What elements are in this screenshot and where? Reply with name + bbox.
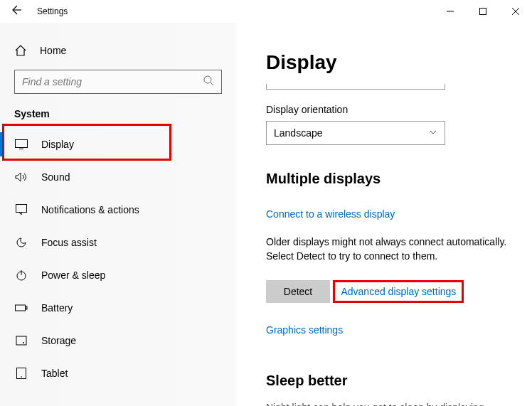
battery-icon: [14, 304, 28, 312]
maximize-button[interactable]: [467, 0, 499, 23]
sound-icon: [14, 172, 28, 182]
display-icon: [14, 139, 28, 149]
minimize-button[interactable]: [434, 0, 467, 23]
svg-point-4: [204, 76, 211, 83]
multiple-displays-heading: Multiple displays: [266, 171, 515, 187]
svg-rect-8: [16, 205, 27, 213]
sidebar-item-notifications[interactable]: Notifications & actions: [0, 193, 236, 226]
orientation-value: Landscape: [274, 127, 323, 139]
sidebar-item-home[interactable]: Home: [0, 44, 236, 70]
connect-wireless-link[interactable]: Connect to a wireless display: [266, 208, 395, 220]
sidebar-item-sound[interactable]: Sound: [0, 161, 236, 193]
search-icon: [203, 75, 214, 89]
storage-icon: [14, 335, 28, 346]
focus-icon: [14, 237, 28, 248]
sidebar-item-label: Focus assist: [41, 237, 97, 248]
svg-point-14: [23, 342, 24, 343]
sidebar-item-label: Display: [41, 139, 74, 150]
detect-button[interactable]: Detect: [266, 280, 330, 303]
tablet-icon: [14, 368, 28, 379]
back-arrow-icon[interactable]: [10, 4, 21, 19]
preview-divider: [266, 84, 445, 90]
chevron-down-icon: [429, 127, 437, 139]
sidebar-item-label: Battery: [41, 302, 73, 314]
page-title: Display: [266, 51, 515, 74]
svg-rect-13: [16, 336, 26, 345]
sidebar-item-label: Storage: [41, 335, 76, 346]
sidebar-item-label: Sound: [41, 171, 70, 183]
home-icon: [14, 44, 27, 57]
svg-line-5: [211, 82, 213, 85]
sidebar-item-display[interactable]: Display: [0, 128, 236, 161]
content-pane: Display Display orientation Landscape Mu…: [236, 23, 532, 406]
notifications-icon: [14, 204, 28, 215]
window-title: Settings: [37, 6, 68, 16]
sidebar-item-tablet[interactable]: Tablet: [0, 357, 236, 390]
search-box[interactable]: [14, 70, 222, 94]
sidebar-item-focus[interactable]: Focus assist: [0, 226, 236, 259]
sidebar-item-battery[interactable]: Battery: [0, 292, 236, 324]
svg-rect-11: [16, 305, 26, 311]
search-input[interactable]: [22, 76, 203, 87]
sidebar-item-storage[interactable]: Storage: [0, 324, 236, 357]
svg-point-16: [21, 376, 22, 378]
sidebar-category: System: [0, 108, 236, 128]
close-button[interactable]: [499, 0, 532, 23]
graphics-settings-link[interactable]: Graphics settings: [266, 324, 343, 336]
svg-rect-6: [16, 140, 28, 148]
orientation-label: Display orientation: [266, 104, 515, 115]
sidebar-item-label: Tablet: [41, 368, 68, 379]
advanced-display-link[interactable]: Advanced display settings: [341, 286, 456, 297]
titlebar: Settings: [0, 0, 532, 23]
detect-hint: Older displays might not always connect …: [266, 235, 515, 263]
sidebar-item-label: Notifications & actions: [41, 204, 139, 215]
svg-rect-1: [480, 9, 486, 15]
window-controls: [434, 0, 532, 23]
annotation-highlight: Advanced display settings: [333, 280, 464, 303]
power-icon: [14, 269, 28, 281]
sidebar-item-power[interactable]: Power & sleep: [0, 259, 236, 292]
sidebar-item-label: Power & sleep: [41, 269, 105, 281]
orientation-select[interactable]: Landscape: [266, 121, 445, 145]
home-label: Home: [40, 45, 66, 56]
sleep-better-heading: Sleep better: [266, 373, 515, 389]
svg-rect-12: [26, 306, 27, 309]
sidebar: Home System Display Sound: [0, 23, 236, 406]
sleep-better-hint: Night light can help you get to sleep by…: [266, 402, 515, 406]
